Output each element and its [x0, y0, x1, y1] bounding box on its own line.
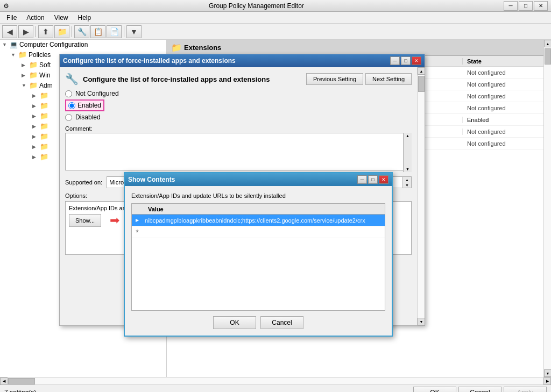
- supported-scrollbar[interactable]: ▲ ▼: [402, 177, 411, 188]
- status-bar: 7 setting(s) OK Cancel Apply: [0, 384, 551, 392]
- row-state-3: Not configured: [463, 105, 543, 111]
- sc-table-header: Value: [132, 204, 385, 215]
- sc-close-button[interactable]: ✕: [379, 175, 388, 184]
- tree-arrow-win: ▶: [22, 73, 29, 78]
- radio-not-configured[interactable]: [65, 90, 72, 97]
- computer-icon: 💻: [10, 41, 18, 48]
- dialog-minimize-button[interactable]: ─: [390, 56, 400, 65]
- toolbar-folder-button[interactable]: 📁: [54, 25, 69, 38]
- toolbar-forward-button[interactable]: ▶: [18, 25, 33, 38]
- menu-action[interactable]: Action: [22, 12, 48, 23]
- scroll-up-button[interactable]: ▲: [544, 40, 551, 47]
- show-button[interactable]: Show...: [69, 214, 101, 227]
- dialog-scroll-down[interactable]: ▼: [418, 318, 425, 325]
- folder-icon-sub7: 📁: [40, 153, 48, 161]
- tree-arrow-sub1: ▶: [32, 93, 40, 98]
- radio-section: Not Configured Enabled Disabled: [65, 90, 412, 121]
- right-scrollbar[interactable]: ▲ ▼: [543, 40, 551, 377]
- row-state-2: Not configured: [463, 93, 543, 99]
- title-bar: ⚙ Group Policy Management Editor ─ □ ✕: [0, 0, 551, 12]
- hscroll-left-button[interactable]: ◀: [0, 377, 8, 385]
- next-setting-button[interactable]: Next Setting: [365, 73, 412, 85]
- supported-up-icon: ▲: [405, 178, 409, 182]
- list-item[interactable]: ▶ nibcpadmgplbioagpkribbeabnidndcic;http…: [132, 215, 385, 226]
- radio-enabled-row: Enabled: [65, 99, 412, 111]
- row-state-0: Not configured: [463, 69, 543, 76]
- radio-enabled[interactable]: [68, 102, 75, 109]
- status-buttons: OK Cancel Apply: [413, 387, 547, 393]
- comment-label: Comment:: [65, 125, 412, 132]
- sc-row-value-0: nibcpadmgplbioagpkribbeabnidndcic;https:…: [143, 217, 385, 224]
- folder-icon-win: 📁: [29, 71, 38, 79]
- toolbar-paste-button[interactable]: 📄: [107, 25, 122, 38]
- prev-setting-button[interactable]: Previous Setting: [306, 73, 363, 85]
- dialog-scroll-up[interactable]: ▲: [418, 67, 425, 75]
- menu-view[interactable]: View: [50, 12, 73, 23]
- dialog-scroll-track: [418, 75, 425, 318]
- folder-icon-sub5: 📁: [40, 132, 48, 140]
- tree-label-adm: Adm: [39, 82, 53, 89]
- title-bar-left: ⚙: [3, 2, 9, 10]
- supported-down-icon: ▼: [405, 183, 409, 187]
- app-title: Group Policy Management Editor: [9, 2, 504, 10]
- menu-help[interactable]: Help: [74, 12, 96, 23]
- radio-disabled-label: Disabled: [75, 113, 101, 121]
- dialog-scroll-thumb[interactable]: [418, 76, 425, 92]
- menu-file[interactable]: File: [2, 12, 21, 23]
- dialog-header-icon: 🔧: [65, 73, 79, 85]
- right-header-title: Extensions: [184, 44, 221, 52]
- sc-row-bullet-1: *: [132, 228, 143, 237]
- hscroll-thumb[interactable]: [8, 378, 35, 384]
- row-state-5: Not configured: [463, 129, 543, 135]
- tree-arrow-adm: ▼: [22, 83, 29, 88]
- comment-scrollbar[interactable]: ▲ ▼: [403, 133, 412, 172]
- dialog-title-bar: Configure the list of force-installed ap…: [60, 54, 425, 67]
- sc-ok-button[interactable]: OK: [213, 316, 256, 329]
- right-header-icon: 📁: [171, 42, 182, 53]
- ok-button[interactable]: OK: [413, 387, 456, 393]
- dialog-close-button[interactable]: ✕: [412, 56, 421, 65]
- arrow-indicator: ➡: [110, 213, 119, 227]
- dialog-nav-btns: Previous Setting Next Setting: [306, 73, 412, 85]
- sc-col-value-header: Value: [148, 206, 164, 212]
- radio-disabled[interactable]: [65, 114, 72, 121]
- toolbar-filter-button[interactable]: ▼: [126, 25, 142, 38]
- list-item[interactable]: *: [132, 226, 385, 238]
- bottom-scrollbar[interactable]: ◀ ▶: [0, 377, 551, 384]
- tree-arrow: ▼: [2, 42, 10, 47]
- scroll-thumb[interactable]: [545, 48, 551, 65]
- tree-arrow-soft: ▶: [22, 62, 29, 68]
- comment-textarea[interactable]: [65, 133, 412, 170]
- toolbar-up-button[interactable]: ⬆: [38, 25, 53, 38]
- show-contents-dialog: Show Contents ─ □ ✕ Extension/App IDs an…: [124, 172, 393, 337]
- sc-maximize-button[interactable]: □: [368, 175, 378, 184]
- close-button[interactable]: ✕: [534, 1, 548, 11]
- maximize-button[interactable]: □: [519, 1, 533, 11]
- dialog-maximize-button[interactable]: □: [401, 56, 411, 65]
- minimize-button[interactable]: ─: [504, 1, 518, 11]
- row-state-6: Not configured: [463, 140, 543, 147]
- tree-arrow-sub4: ▶: [32, 124, 40, 129]
- tree-arrow-sub6: ▶: [32, 144, 40, 149]
- toolbar-settings-button[interactable]: 🔧: [74, 25, 89, 38]
- toolbar-separator-1: [36, 26, 36, 37]
- scroll-down-button[interactable]: ▼: [544, 369, 551, 377]
- folder-icon-soft: 📁: [29, 61, 38, 69]
- dialog-right-scrollbar[interactable]: ▲ ▼: [417, 67, 425, 325]
- sc-minimize-button[interactable]: ─: [357, 175, 367, 184]
- toolbar-back-button[interactable]: ◀: [2, 25, 17, 38]
- folder-icon-adm: 📁: [29, 81, 38, 89]
- dialog-header-text: Configure the list of force-installed ap…: [83, 75, 270, 83]
- dialog-title: Configure the list of force-installed ap…: [63, 57, 236, 65]
- supported-label: Supported on:: [65, 179, 102, 186]
- apply-button[interactable]: Apply: [504, 387, 547, 393]
- toolbar-copy-button[interactable]: 📋: [90, 25, 105, 38]
- row-state-4: Enabled: [463, 117, 543, 123]
- tree-item-computer-config[interactable]: ▼ 💻 Computer Configuration: [0, 40, 166, 49]
- tree-arrow-sub5: ▶: [32, 134, 40, 139]
- sc-title-bar: Show Contents ─ □ ✕: [125, 173, 392, 186]
- cancel-button[interactable]: Cancel: [458, 387, 501, 393]
- hscroll-right-button[interactable]: ▶: [543, 377, 551, 385]
- scroll-up-icon: ▲: [406, 134, 409, 138]
- sc-cancel-button[interactable]: Cancel: [260, 316, 303, 329]
